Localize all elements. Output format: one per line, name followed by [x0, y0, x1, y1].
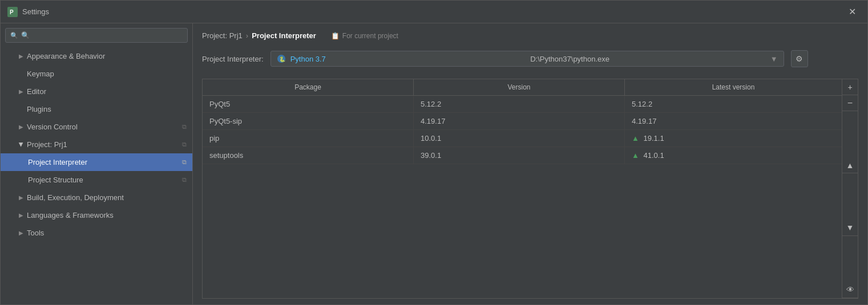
- sidebar-item-tools[interactable]: ▶ Tools: [1, 224, 192, 242]
- interpreter-dropdown[interactable]: 🐍 Python 3.7 D:\Python37\python.exe ▼: [271, 51, 784, 67]
- sidebar-item-editor[interactable]: ▶ Editor: [1, 83, 192, 100]
- cell-version: 39.0.1: [414, 147, 625, 164]
- sidebar-item-label: Keymap: [27, 70, 54, 78]
- col-version: Version: [414, 79, 625, 95]
- copy-icon: ⧉: [182, 141, 187, 148]
- search-input[interactable]: [21, 31, 183, 39]
- breadcrumb-info: 📋 For current project: [331, 32, 398, 40]
- titlebar: P Settings ✕: [1, 1, 867, 23]
- cell-version: 5.12.2: [414, 96, 625, 112]
- arrow-expanded-icon: ▶: [18, 143, 25, 147]
- cell-version: 4.19.17: [414, 113, 625, 129]
- upgrade-arrow-icon: ▲: [632, 151, 639, 160]
- breadcrumb-info-text: For current project: [342, 32, 398, 40]
- table-header: Package Version Latest version: [203, 79, 842, 96]
- cell-package: pip: [203, 130, 414, 147]
- arrow-icon: ▶: [19, 212, 23, 218]
- scroll-up-icon: ▲: [846, 161, 854, 170]
- cell-latest: 5.12.2: [625, 96, 842, 112]
- cell-package: PyQt5-sip: [203, 113, 414, 129]
- info-icon: 📋: [331, 32, 340, 40]
- interpreter-version: Python 3.7: [290, 55, 526, 63]
- table-row[interactable]: PyQt5 5.12.2 5.12.2: [203, 96, 842, 113]
- breadcrumb-project: Project: Prj1: [202, 31, 243, 40]
- scroll-down-icon: ▼: [846, 223, 854, 232]
- main-content: Project: Prj1 › Project Interpreter 📋 Fo…: [193, 23, 867, 304]
- cell-latest: ▲ 41.0.1: [625, 147, 842, 164]
- app-icon: P: [7, 7, 18, 17]
- cell-latest-value: 41.0.1: [644, 151, 664, 160]
- sidebar-item-label: Plugins: [27, 105, 51, 113]
- cell-package: PyQt5: [203, 96, 414, 112]
- sidebar-item-build[interactable]: ▶ Build, Execution, Deployment: [1, 189, 192, 206]
- sidebar-item-plugins[interactable]: ▶ Plugins: [1, 100, 192, 118]
- scroll-down-button[interactable]: ▼: [842, 220, 858, 236]
- search-icon: 🔍: [10, 32, 18, 39]
- breadcrumb-current: Project Interpreter: [252, 31, 316, 40]
- sidebar-item-label: Languages & Frameworks: [27, 211, 114, 219]
- sidebar: 🔍 ▶ Appearance & Behavior ▶ Keymap ▶ Edi…: [1, 23, 193, 304]
- settings-window: P Settings ✕ 🔍 ▶ Appearance & Behavior ▶…: [0, 0, 868, 305]
- packages-table-container: Package Version Latest version PyQt5 5.1…: [202, 79, 858, 299]
- eye-icon: 👁: [846, 285, 854, 294]
- cell-latest: 4.19.17: [625, 113, 842, 129]
- packages-table: Package Version Latest version PyQt5 5.1…: [203, 79, 842, 298]
- window-title: Settings: [22, 7, 844, 16]
- table-row[interactable]: PyQt5-sip 4.19.17 4.19.17: [203, 113, 842, 130]
- right-toolbar: + − ▲ ▼ 👁: [842, 79, 858, 298]
- sidebar-item-label: Project Structure: [28, 176, 83, 184]
- arrow-icon: ▶: [19, 124, 23, 130]
- arrow-icon: ▶: [19, 88, 23, 95]
- table-row[interactable]: pip 10.0.1 ▲ 19.1.1: [203, 130, 842, 147]
- sidebar-item-label: Build, Execution, Deployment: [27, 193, 124, 202]
- interpreter-path: D:\Python37\python.exe: [530, 55, 766, 63]
- sidebar-item-project-structure[interactable]: Project Structure ⧉: [1, 171, 192, 189]
- sidebar-item-label: Tools: [27, 229, 44, 237]
- interpreter-row: Project Interpreter: 🐍 Python 3.7 D:\Pyt…: [193, 44, 867, 73]
- breadcrumb-separator: ›: [246, 31, 248, 40]
- upgrade-arrow-icon: ▲: [632, 134, 639, 143]
- cell-latest: ▲ 19.1.1: [625, 130, 842, 147]
- sidebar-item-languages[interactable]: ▶ Languages & Frameworks: [1, 206, 192, 224]
- sidebar-item-version-control[interactable]: ▶ Version Control ⧉: [1, 118, 192, 136]
- interpreter-label: Project Interpreter:: [202, 55, 264, 63]
- svg-text:P: P: [10, 9, 14, 15]
- sidebar-item-label: Project Interpreter: [28, 158, 87, 166]
- search-box[interactable]: 🔍: [5, 28, 188, 43]
- gear-button[interactable]: ⚙: [791, 50, 808, 67]
- col-package: Package: [203, 79, 414, 95]
- sidebar-item-label: Project: Prj1: [27, 140, 67, 149]
- sidebar-item-appearance[interactable]: ▶ Appearance & Behavior: [1, 47, 192, 65]
- cell-latest-value: 19.1.1: [644, 134, 664, 143]
- arrow-icon: ▶: [19, 53, 23, 59]
- scroll-up-button[interactable]: ▲: [842, 157, 858, 173]
- cell-version: 10.0.1: [414, 130, 625, 147]
- sidebar-item-project-interpreter[interactable]: Project Interpreter ⧉: [1, 153, 192, 171]
- arrow-icon: ▶: [19, 230, 23, 236]
- col-latest: Latest version: [625, 79, 842, 95]
- svg-text:🐍: 🐍: [279, 56, 286, 63]
- sidebar-item-label: Editor: [27, 87, 46, 96]
- arrow-icon: ▶: [19, 194, 23, 201]
- sidebar-item-label: Appearance & Behavior: [27, 52, 105, 60]
- sidebar-item-project[interactable]: ▶ Project: Prj1 ⧉: [1, 136, 192, 153]
- add-package-button[interactable]: +: [842, 79, 858, 95]
- sidebar-item-label: Version Control: [27, 123, 78, 131]
- python-icon: 🐍: [277, 54, 286, 63]
- close-button[interactable]: ✕: [844, 4, 861, 19]
- table-row[interactable]: setuptools 39.0.1 ▲ 41.0.1: [203, 147, 842, 164]
- copy-icon: ⧉: [182, 123, 187, 131]
- copy-icon: ⧉: [182, 176, 187, 184]
- dropdown-arrow-icon: ▼: [770, 55, 778, 63]
- eye-button[interactable]: 👁: [842, 282, 858, 298]
- cell-package: setuptools: [203, 147, 414, 164]
- content-area: 🔍 ▶ Appearance & Behavior ▶ Keymap ▶ Edi…: [1, 23, 867, 304]
- sidebar-item-keymap[interactable]: ▶ Keymap: [1, 65, 192, 83]
- copy-icon: ⧉: [182, 158, 187, 166]
- remove-package-button[interactable]: −: [842, 95, 858, 111]
- breadcrumb: Project: Prj1 › Project Interpreter 📋 Fo…: [193, 23, 867, 44]
